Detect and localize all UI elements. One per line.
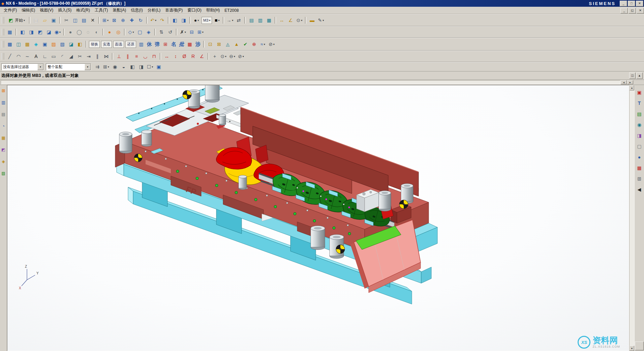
collapse-resource-bar-button[interactable]: ◀ xyxy=(636,185,643,193)
rotate-view-button[interactable]: ↻ xyxy=(136,16,145,24)
menu-edit[interactable]: 编辑(E) xyxy=(19,7,37,14)
point-button[interactable]: + xyxy=(211,52,219,60)
arc-button[interactable]: ◠ xyxy=(14,52,23,60)
circle-button[interactable]: ⊙ xyxy=(219,52,227,60)
face-filter-button[interactable]: ◧ xyxy=(128,63,136,71)
offset-curve-button[interactable]: ∥ xyxy=(93,52,101,60)
constraint-equal-button[interactable]: ≡ xyxy=(132,52,141,60)
toolbar-grip[interactable] xyxy=(1,29,4,35)
copy-button[interactable]: ◫ xyxy=(71,16,79,24)
edge-filter-button[interactable]: ◨ xyxy=(137,63,145,71)
menu-et2008[interactable]: ET2008 xyxy=(222,7,241,13)
dim-diameter-button[interactable]: Ø xyxy=(180,52,188,60)
sync-button[interactable]: ⇅ xyxy=(157,28,165,36)
text-tools-tab[interactable]: T xyxy=(636,99,643,107)
layer-visible-button[interactable]: ▥ xyxy=(256,16,264,24)
background-color-button[interactable]: ■ xyxy=(213,16,221,24)
annotation-button[interactable]: ✎ xyxy=(317,16,325,24)
move-object-button[interactable]: → xyxy=(226,16,234,24)
orange-shade-button[interactable]: ● xyxy=(105,28,114,36)
target-button[interactable]: ⊕ xyxy=(250,40,258,48)
conic-button[interactable]: ⊘ xyxy=(237,52,245,60)
roles-tab[interactable]: ◩ xyxy=(1,147,6,152)
wade-tool-button[interactable]: 涉 xyxy=(194,41,202,48)
snap-point-button[interactable]: ⊙ xyxy=(295,16,303,24)
die-assembly-model[interactable]: FP xyxy=(7,85,629,351)
horizontal-scroll-track[interactable] xyxy=(1,80,620,84)
selection-scope-combo[interactable]: 整个装配 ▾ xyxy=(46,63,91,70)
menu-format[interactable]: 格式(R) xyxy=(74,7,92,14)
constraint-tangent-button[interactable]: ◡ xyxy=(141,52,149,60)
grid-red-button[interactable]: ⊞ xyxy=(161,40,170,48)
web-browser-tab[interactable]: ◉ xyxy=(636,121,643,128)
interpart-button[interactable]: ◫ xyxy=(14,40,23,48)
suppress-button[interactable]: 休 xyxy=(146,41,153,48)
unlock-button[interactable]: ⊠ xyxy=(215,40,223,48)
menu-view[interactable]: 视图(V) xyxy=(37,7,56,14)
trim-button[interactable]: ✂ xyxy=(76,52,84,60)
patch-button[interactable]: ◪ xyxy=(67,40,75,48)
materials-tab[interactable]: ● xyxy=(636,153,643,161)
close-button[interactable]: ✕ xyxy=(636,1,643,6)
delete-button[interactable]: ✕ xyxy=(89,16,97,24)
window-tab[interactable]: ⊞ xyxy=(636,175,643,182)
name-tool-button[interactable]: 名 xyxy=(170,41,177,48)
assembly-navigator-tab[interactable]: ⊞ xyxy=(1,88,6,93)
shaded-view-button[interactable]: ● xyxy=(66,28,74,36)
open-file-button[interactable]: ▱ xyxy=(41,16,49,24)
scroll-up-button[interactable]: ▲ xyxy=(630,85,634,90)
view-window-2-button[interactable]: ◨ xyxy=(27,28,35,36)
orange-ring-button[interactable]: ◎ xyxy=(114,28,122,36)
toolbar-grip[interactable] xyxy=(1,17,4,24)
menu-assemblies[interactable]: 装配(A) xyxy=(110,7,128,14)
save-button[interactable]: ▣ xyxy=(50,16,58,24)
line-button[interactable]: ╱ xyxy=(6,52,14,60)
m3-layer-button[interactable]: M3 xyxy=(202,17,212,24)
minimize-button[interactable]: _ xyxy=(620,1,627,6)
toolbar-grip[interactable] xyxy=(1,41,4,48)
redo-button[interactable]: ↷ xyxy=(158,16,166,24)
chevron-down-icon[interactable]: ▾ xyxy=(37,64,43,70)
measure-angle-button[interactable]: ∠ xyxy=(286,16,295,24)
menu-insert[interactable]: 插入(S) xyxy=(56,7,74,14)
scroll-left-button[interactable]: ◄ xyxy=(621,80,627,84)
constraint-perpendicular-button[interactable]: ⊥ xyxy=(115,52,123,60)
deform-button[interactable]: ◈ xyxy=(32,40,40,48)
layer-settings-button[interactable]: ▤ xyxy=(247,16,255,24)
replace-button[interactable]: 替换 xyxy=(89,41,100,48)
x-tool-button[interactable]: ✗ xyxy=(179,28,187,36)
restore-button[interactable]: 还原 xyxy=(125,41,136,48)
ruler-button[interactable]: ▬ xyxy=(308,16,316,24)
start-menu-button[interactable]: ◩ 开始 ▾ xyxy=(5,16,27,24)
rectangle-select-button[interactable]: ☐ xyxy=(146,63,154,71)
extend-button[interactable]: ⇥ xyxy=(85,52,93,60)
clip-section-button[interactable]: ⊞ xyxy=(196,28,205,36)
history-tab[interactable]: ◔ xyxy=(1,123,6,129)
menu-information[interactable]: 信息(I) xyxy=(128,7,145,14)
dim-angle-button[interactable]: ∠ xyxy=(198,52,206,60)
shaded-display-button[interactable]: ● xyxy=(192,16,201,24)
face-select-button[interactable]: 面选 xyxy=(113,41,124,48)
measure-distance-button[interactable]: ↔ xyxy=(278,16,286,24)
fit-view-button[interactable]: ⊞ xyxy=(101,16,110,24)
fillet-button[interactable]: ◜ xyxy=(58,52,66,60)
snap-toggle-button[interactable]: ⊞ xyxy=(102,63,110,71)
vertical-scroll-track[interactable] xyxy=(630,90,634,346)
scroll-right-button[interactable]: ► xyxy=(627,80,633,84)
reuse-library-tab[interactable]: ▦ xyxy=(1,135,6,141)
cue-collapse-button[interactable]: ▲ xyxy=(636,72,643,79)
wave-geometry-button[interactable]: ≈ xyxy=(259,40,267,48)
top-selection-button[interactable]: ◒ xyxy=(120,63,128,71)
dim-linear-button[interactable]: ↔ xyxy=(163,52,171,60)
cut-button[interactable]: ✂ xyxy=(62,16,70,24)
promote-button[interactable]: ▣ xyxy=(41,40,49,48)
ellipse-button[interactable]: ⊖ xyxy=(228,52,236,60)
constraint-fix-button[interactable]: ⊓ xyxy=(150,52,158,60)
dim-vertical-button[interactable]: ↕ xyxy=(172,52,180,60)
library-tab[interactable]: ▤ xyxy=(636,110,643,118)
system-materials-tab[interactable]: ◈ xyxy=(1,158,6,164)
new-file-button[interactable]: ▢ xyxy=(32,16,40,24)
menu-help[interactable]: 帮助(H) xyxy=(204,7,222,14)
selection-filter-combo[interactable]: 没有选择过滤器 ▾ xyxy=(1,63,44,70)
section-view-button[interactable]: ⊟ xyxy=(188,28,196,36)
